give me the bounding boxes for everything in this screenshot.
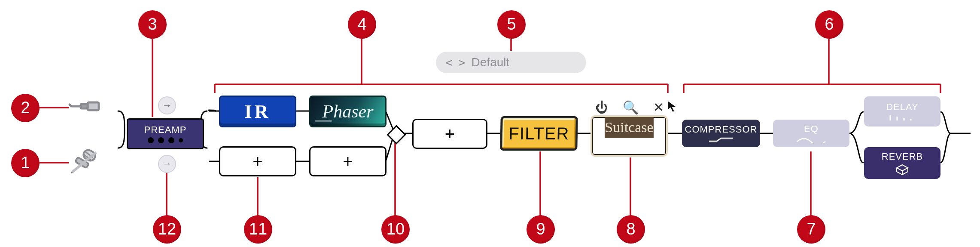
arrow-icon: → bbox=[162, 158, 172, 170]
filter-block[interactable]: FILTER bbox=[500, 116, 578, 151]
delay-label: DELAY bbox=[886, 102, 919, 113]
preset-selector[interactable]: < > Default bbox=[436, 52, 586, 73]
input-jack-icon[interactable] bbox=[68, 96, 102, 120]
callout-6: 6 bbox=[815, 10, 843, 39]
reverb-block[interactable]: REVERB bbox=[864, 147, 940, 179]
callout-7: 7 bbox=[797, 215, 825, 244]
callout-12: 12 bbox=[153, 215, 181, 244]
route-arrow-bottom[interactable]: → bbox=[158, 155, 176, 173]
preset-nav-arrows[interactable]: < > bbox=[445, 56, 465, 70]
callout-4: 4 bbox=[348, 10, 376, 39]
empty-slot-m1[interactable]: + bbox=[412, 119, 487, 149]
eq-icon bbox=[796, 136, 826, 143]
suitcase-label: Suitcase bbox=[605, 119, 653, 136]
callout-8: 8 bbox=[617, 215, 645, 244]
reverb-label: REVERB bbox=[882, 151, 923, 162]
diamond-icon bbox=[387, 125, 406, 144]
add-icon: + bbox=[253, 152, 262, 171]
reverb-cube-icon bbox=[896, 164, 909, 175]
input-mic-icon[interactable] bbox=[68, 149, 102, 178]
preset-name: Default bbox=[472, 56, 510, 69]
power-icon[interactable]: ⏻ bbox=[595, 100, 608, 115]
eq-label: EQ bbox=[804, 124, 819, 135]
svg-rect-30 bbox=[88, 102, 99, 110]
preamp-label: PREAMP bbox=[144, 124, 187, 136]
delay-block[interactable]: DELAY bbox=[864, 96, 940, 127]
close-icon[interactable]: ✕ bbox=[653, 100, 664, 115]
svg-marker-43 bbox=[897, 165, 908, 171]
callout-1: 1 bbox=[11, 149, 40, 177]
callout-2: 2 bbox=[11, 94, 40, 122]
phaser-block[interactable]: Phaser bbox=[309, 96, 387, 127]
callout-11: 11 bbox=[244, 215, 272, 244]
cursor-icon bbox=[667, 99, 679, 113]
compressor-icon bbox=[708, 137, 734, 143]
callout-9: 9 bbox=[527, 215, 555, 244]
preamp-knob-row bbox=[148, 137, 183, 143]
slot-hover-toolbar: ⏻ 🔍 ✕ bbox=[595, 100, 679, 115]
svg-marker-38 bbox=[667, 100, 677, 112]
preamp-block[interactable]: PREAMP bbox=[127, 118, 204, 149]
phaser-label: Phaser bbox=[323, 101, 374, 122]
suitcase-block[interactable]: Suitcase bbox=[590, 115, 668, 157]
ir-label: IR bbox=[245, 101, 271, 123]
ir-block[interactable]: IR bbox=[219, 96, 296, 127]
arrow-icon: → bbox=[162, 100, 172, 111]
route-arrow-top[interactable]: → bbox=[158, 96, 176, 114]
add-icon: + bbox=[445, 124, 455, 144]
empty-slot-b1[interactable]: + bbox=[219, 146, 296, 176]
zoom-icon[interactable]: 🔍 bbox=[623, 100, 639, 115]
delay-icon bbox=[889, 114, 916, 121]
compressor-block[interactable]: COMPRESSOR bbox=[682, 120, 760, 147]
callout-3: 3 bbox=[138, 10, 167, 39]
filter-label: FILTER bbox=[508, 124, 569, 143]
add-icon: + bbox=[343, 152, 353, 171]
eq-block[interactable]: EQ bbox=[773, 120, 849, 147]
callout-5: 5 bbox=[497, 10, 526, 39]
empty-slot-b2[interactable]: + bbox=[309, 146, 387, 176]
merge-node[interactable] bbox=[390, 128, 403, 142]
callout-10: 10 bbox=[381, 215, 410, 244]
compressor-label: COMPRESSOR bbox=[685, 124, 758, 135]
